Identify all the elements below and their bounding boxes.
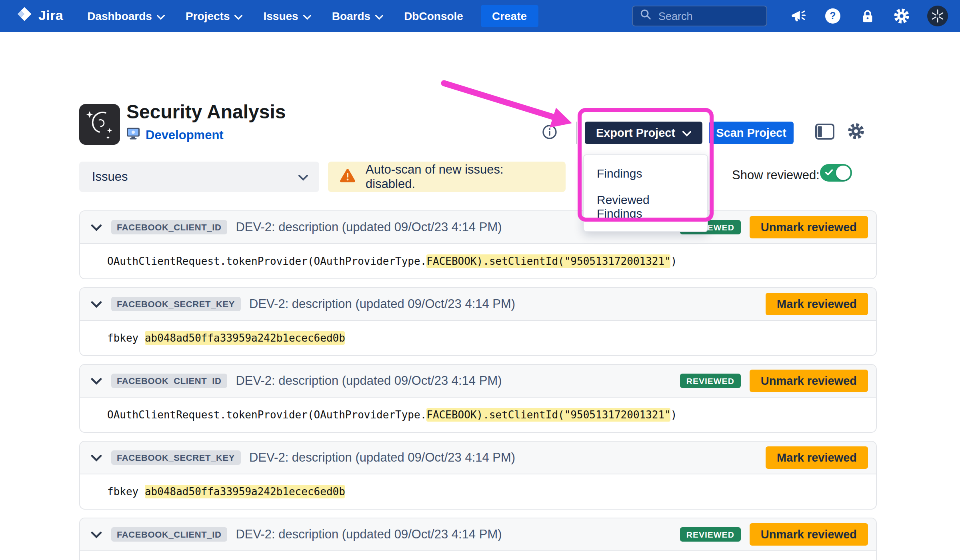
show-reviewed-label: Show reviewed:	[732, 168, 820, 182]
collapse-chevron-icon[interactable]	[91, 298, 102, 310]
annotation-arrow	[412, 69, 584, 137]
finding-card: FACEBOOK_CLIENT_ID DEV-2: description (u…	[79, 364, 877, 433]
finding-code: OAuthClientRequest.tokenProvider(OAuthPr…	[80, 551, 876, 560]
finding-title: DEV-2: description (updated 09/Oct/23 4:…	[236, 527, 502, 542]
check-icon	[825, 169, 834, 176]
chevron-down-icon	[303, 10, 311, 22]
top-navigation-bar: Jira Dashboards Projects Issues Boards	[0, 0, 960, 32]
unmark-reviewed-button[interactable]: Unmark reviewed	[750, 523, 868, 546]
code-highlight: FACEBOOK).setClientId("950513172001321"	[426, 254, 671, 268]
findings-list: FACEBOOK_CLIENT_ID DEV-2: description (u…	[79, 210, 877, 560]
page-settings-icon[interactable]	[846, 122, 866, 141]
gear-icon[interactable]	[893, 7, 910, 25]
create-button[interactable]: Create	[481, 5, 538, 27]
page-title: Security Analysis	[126, 101, 286, 123]
user-avatar[interactable]	[927, 6, 948, 26]
finding-header: FACEBOOK_CLIENT_ID DEV-2: description (u…	[80, 211, 876, 244]
lock-icon[interactable]	[858, 7, 876, 25]
unmark-reviewed-button[interactable]: Unmark reviewed	[750, 216, 868, 238]
jira-security-page: Jira Dashboards Projects Issues Boards	[0, 0, 960, 560]
finding-code: OAuthClientRequest.tokenProvider(OAuthPr…	[80, 244, 876, 278]
finding-code: fbkey ab048ad50ffa33959a242b1ecec6ed0b	[80, 321, 876, 355]
jira-logo-text: Jira	[38, 8, 63, 24]
reviewed-lozenge: REVIEWED	[680, 527, 741, 542]
finding-title: DEV-2: description (updated 09/Oct/23 4:…	[249, 297, 515, 311]
nav-item-dashboards[interactable]: Dashboards	[87, 10, 165, 22]
finding-title: DEV-2: description (updated 09/Oct/23 4:…	[249, 450, 515, 465]
code-plain: )	[671, 255, 677, 267]
nav-item-boards[interactable]: Boards	[332, 10, 383, 22]
code-plain: OAuthClientRequest.tokenProvider(OAuthPr…	[107, 409, 426, 421]
warning-text: Auto-scan of new issues: disabled.	[366, 162, 556, 191]
mark-reviewed-button[interactable]: Mark reviewed	[766, 293, 868, 315]
export-dropdown-menu: Findings Reviewed Findings	[583, 154, 708, 232]
finding-card: FACEBOOK_SECRET_KEY DEV-2: description (…	[79, 441, 877, 510]
code-highlight: FACEBOOK).setClientId("950513172001321"	[426, 408, 671, 422]
issues-filter-select[interactable]: Issues	[79, 162, 319, 192]
unmark-reviewed-button[interactable]: Unmark reviewed	[750, 370, 868, 392]
finding-title: DEV-2: description (updated 09/Oct/23 4:…	[236, 220, 502, 234]
chevron-down-icon	[375, 10, 383, 22]
nav-icon-group: ?	[790, 0, 948, 32]
nav-item-label: DbConsole	[404, 10, 463, 22]
collapse-chevron-icon[interactable]	[91, 375, 102, 386]
nav-item-label: Projects	[186, 10, 230, 22]
help-icon[interactable]: ?	[824, 7, 842, 25]
nav-item-dbconsole[interactable]: DbConsole	[404, 10, 463, 22]
nav-item-label: Boards	[332, 10, 370, 22]
code-highlight: ab048ad50ffa33959a242b1ecec6ed0b	[145, 485, 345, 498]
secret-type-badge: FACEBOOK_CLIENT_ID	[111, 527, 227, 542]
code-highlight: ab048ad50ffa33959a242b1ecec6ed0b	[145, 331, 345, 345]
collapse-chevron-icon[interactable]	[91, 222, 102, 233]
finding-card: FACEBOOK_CLIENT_ID DEV-2: description (u…	[79, 210, 877, 279]
project-category-icon	[126, 127, 140, 143]
autoscan-warning-banner: Auto-scan of new issues: disabled.	[328, 162, 566, 192]
toolbar-divider	[576, 122, 577, 144]
chevron-down-icon	[298, 170, 308, 184]
collapse-chevron-icon[interactable]	[91, 529, 102, 540]
finding-header: FACEBOOK_CLIENT_ID DEV-2: description (u…	[80, 518, 876, 551]
finding-card: FACEBOOK_CLIENT_ID DEV-2: description (u…	[79, 518, 877, 560]
nav-item-label: Dashboards	[87, 10, 152, 22]
nav-item-issues[interactable]: Issues	[263, 10, 311, 22]
nav-item-label: Issues	[263, 10, 298, 22]
code-plain: OAuthClientRequest.tokenProvider(OAuthPr…	[107, 255, 426, 267]
info-icon[interactable]	[542, 125, 557, 139]
finding-title: DEV-2: description (updated 09/Oct/23 4:…	[236, 374, 502, 388]
collapse-chevron-icon[interactable]	[91, 452, 102, 463]
finding-card: FACEBOOK_SECRET_KEY DEV-2: description (…	[79, 287, 877, 356]
scan-project-button[interactable]: Scan Project	[709, 122, 794, 144]
nav-item-projects[interactable]: Projects	[186, 10, 243, 22]
announcements-icon[interactable]	[790, 7, 807, 25]
mark-reviewed-button[interactable]: Mark reviewed	[766, 446, 868, 469]
jira-logo[interactable]: Jira	[16, 6, 63, 26]
chevron-down-icon	[157, 10, 165, 22]
export-project-label: Export Project	[596, 126, 675, 139]
finding-header: FACEBOOK_SECRET_KEY DEV-2: description (…	[80, 442, 876, 474]
menu-item-reviewed-findings[interactable]: Reviewed Findings	[584, 186, 707, 226]
secret-type-badge: FACEBOOK_SECRET_KEY	[111, 297, 240, 311]
toggle-knob	[836, 166, 850, 180]
secret-type-badge: FACEBOOK_SECRET_KEY	[111, 450, 240, 465]
search-input[interactable]	[657, 9, 760, 23]
export-project-button[interactable]: Export Project	[585, 122, 702, 144]
nav-menu: Dashboards Projects Issues Boards DbCons…	[87, 10, 463, 22]
jira-logo-icon	[16, 6, 34, 26]
project-avatar	[79, 104, 120, 145]
show-reviewed-toggle[interactable]	[820, 164, 852, 182]
warning-icon	[339, 168, 356, 186]
chevron-down-icon	[234, 10, 242, 22]
search-icon	[639, 8, 652, 24]
reviewed-lozenge: REVIEWED	[680, 374, 741, 388]
project-link[interactable]: Development	[146, 128, 224, 142]
finding-code: OAuthClientRequest.tokenProvider(OAuthPr…	[80, 398, 876, 432]
code-plain: fbkey	[107, 332, 145, 344]
finding-header: FACEBOOK_CLIENT_ID DEV-2: description (u…	[80, 365, 876, 398]
code-plain: fbkey	[107, 486, 145, 498]
secret-type-badge: FACEBOOK_CLIENT_ID	[111, 374, 227, 388]
panel-view-icon[interactable]	[815, 123, 834, 140]
menu-item-findings[interactable]: Findings	[584, 160, 707, 186]
global-search	[632, 6, 767, 26]
issues-filter-label: Issues	[92, 170, 128, 184]
finding-header: FACEBOOK_SECRET_KEY DEV-2: description (…	[80, 288, 876, 321]
